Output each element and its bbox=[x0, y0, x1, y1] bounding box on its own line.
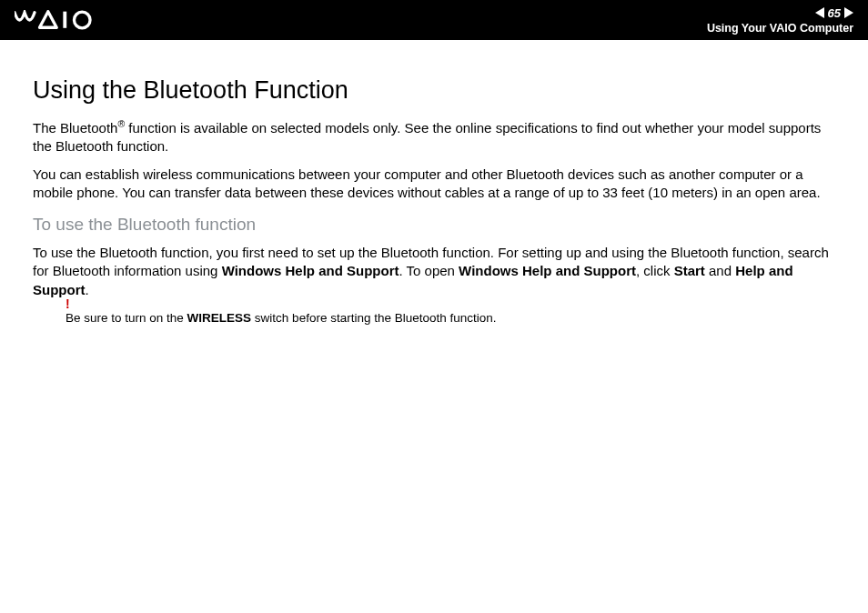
svg-point-1 bbox=[74, 12, 90, 28]
warning-note: ! Be sure to turn on the WIRELESS switch… bbox=[66, 310, 835, 327]
breadcrumb: Using Your VAIO Computer bbox=[707, 22, 853, 35]
intro-paragraph-1: The Bluetooth® function is available on … bbox=[33, 117, 835, 156]
warning-icon: ! bbox=[66, 296, 70, 313]
header-right: 65 Using Your VAIO Computer bbox=[707, 6, 853, 35]
page-content: Using the Bluetooth Function The Bluetoo… bbox=[0, 40, 868, 327]
svg-rect-0 bbox=[63, 12, 66, 28]
prev-page-icon[interactable] bbox=[815, 7, 824, 18]
page-number: 65 bbox=[828, 6, 841, 20]
page-navigator: 65 bbox=[815, 6, 853, 20]
header-bar: 65 Using Your VAIO Computer bbox=[0, 0, 868, 40]
intro-paragraph-2: You can establish wireless communication… bbox=[33, 166, 835, 203]
subheading: To use the Bluetooth function bbox=[33, 215, 835, 235]
next-page-icon[interactable] bbox=[844, 7, 853, 18]
page-title: Using the Bluetooth Function bbox=[33, 76, 835, 105]
instruction-paragraph: To use the Bluetooth function, you first… bbox=[33, 244, 835, 299]
vaio-logo bbox=[15, 10, 115, 30]
